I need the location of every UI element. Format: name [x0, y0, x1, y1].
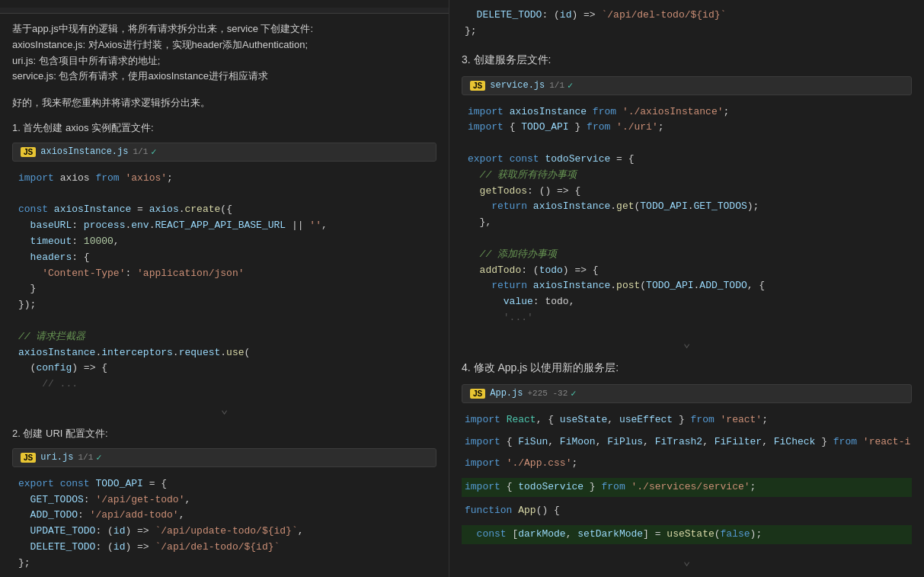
code-line-faded: // ... [18, 377, 436, 393]
code-line: ADD_TODO: '/api/add-todo', [18, 508, 436, 524]
code-line-added: import { todoService } from './services/… [462, 478, 912, 497]
uri-file-info: 1/1 [78, 453, 93, 462]
axios-check: ✓ [151, 146, 156, 158]
scroll-down-left: ⌄ [0, 399, 449, 420]
code-line: addTodo: (todo) => { [468, 263, 912, 279]
code-line: import './App.css'; [465, 456, 912, 472]
code-line: }; [465, 24, 912, 40]
code-line: DELETE_TODO: (id) => `/api/del-todo/${id… [18, 540, 436, 556]
step1-title: 1. 首先创建 axios 实例配置文件: [0, 113, 449, 139]
code-line: value: todo, [468, 294, 912, 310]
code-line: (config) => { [18, 361, 436, 377]
left-panel: 基于app.js中现有的逻辑，将所有请求拆分出来，service 下创建文件: … [0, 0, 449, 577]
code-line: export const todoService = { [468, 152, 912, 168]
code-line: }); [18, 297, 436, 313]
code-line [18, 187, 436, 203]
top-code-continuation: DELETE_TODO: (id) => `/api/del-todo/${id… [449, 8, 924, 46]
code-line: getTodos: () => { [468, 184, 912, 200]
axios-code-block: import axios from 'axios'; const axiosIn… [0, 165, 449, 399]
axios-filename: axiosInstance.js [40, 146, 128, 157]
axios-file-info: 1/1 [133, 147, 148, 156]
code-line: function App() { [465, 503, 912, 519]
code-line: DELETE_TODO: (id) => `/api/del-todo/${id… [465, 8, 912, 24]
app-filename: App.js [490, 388, 523, 399]
code-line: const axiosInstance = axios.create({ [18, 202, 436, 218]
code-line: // 获取所有待办事项 [468, 168, 912, 184]
service-file-info: 1/1 [549, 81, 564, 90]
js-badge-service: JS [470, 81, 485, 91]
step2-title: 2. 创建 URI 配置文件: [0, 420, 449, 445]
code-line-faded: '...' [468, 310, 912, 326]
code-line: return axiosInstance.post(TODO_API.ADD_T… [468, 278, 912, 294]
app-check: ✓ [571, 388, 576, 399]
uri-file-header: JS uri.js 1/1 ✓ [12, 448, 436, 467]
code-line: headers: { [18, 250, 436, 266]
code-line: 'Content-Type': 'application/json' [18, 266, 436, 282]
code-line: }; [18, 556, 436, 572]
code-line: timeout: 10000, [18, 234, 436, 250]
app-file-header: JS App.js +225 -32 ✓ [462, 384, 912, 403]
code-line: import { FiSun, FiMoon, FiPlus, FiTrash2… [465, 434, 912, 450]
code-line: axiosInstance.interceptors.request.use( [18, 345, 436, 361]
app-file-info: +225 -32 [527, 389, 568, 398]
code-line: import axiosInstance from './axiosInstan… [468, 104, 912, 120]
chat-intro-content: 基于app.js中现有的逻辑，将所有请求拆分出来，service 下创建文件: … [12, 23, 313, 82]
axios-file-header: JS axiosInstance.js 1/1 ✓ [12, 143, 436, 162]
code-line: import { TODO_API } from './uri'; [468, 120, 912, 136]
service-code-block: import axiosInstance from './axiosInstan… [449, 98, 924, 332]
code-line: GET_TODOS: '/api/get-todo', [18, 492, 436, 508]
reply-intro-text: 好的，我来帮您重构并将请求逻辑拆分出来。 [12, 97, 210, 108]
step4-title: 4. 修改 App.js 以使用新的服务层: [449, 357, 924, 378]
code-line [468, 136, 912, 152]
scroll-down-right-1: ⌄ [449, 332, 924, 354]
code-line-added: const [darkMode, setDarkMode] = useState… [462, 525, 912, 544]
service-check: ✓ [568, 80, 573, 91]
chat-intro-text: 基于app.js中现有的逻辑，将所有请求拆分出来，service 下创建文件: … [0, 14, 449, 92]
uri-check: ✓ [96, 452, 101, 463]
code-line: // 请求拦截器 [18, 329, 436, 345]
code-line [18, 313, 436, 329]
js-badge-app: JS [470, 389, 485, 399]
code-line: import React, { useState, useEffect } fr… [465, 412, 912, 428]
code-line: } [18, 281, 436, 297]
service-filename: service.js [490, 80, 545, 91]
right-panel: DELETE_TODO: (id) => `/api/del-todo/${id… [449, 0, 924, 577]
code-line: // 添加待办事项 [468, 247, 912, 263]
bottom-text: 这样的重构带来以下优势: [449, 572, 924, 577]
service-file-header: JS service.js 1/1 ✓ [462, 76, 912, 95]
app-code-block: import React, { useState, useEffect } fr… [449, 406, 924, 550]
scroll-down-right-2: ⌄ [449, 550, 924, 572]
reply-intro: 好的，我来帮您重构并将请求逻辑拆分出来。 [0, 92, 449, 113]
js-badge-uri: JS [21, 453, 36, 463]
step3-title: 3. 创建服务层文件: [449, 49, 924, 70]
code-line: export const TODO_API = { [18, 476, 436, 492]
code-line [468, 231, 912, 247]
uri-filename: uri.js [40, 452, 73, 463]
code-line: import axios from 'axios'; [18, 171, 436, 187]
js-badge-axios: JS [21, 147, 36, 157]
code-line: return axiosInstance.get(TODO_API.GET_TO… [468, 199, 912, 215]
code-line: }, [468, 215, 912, 231]
code-line: baseURL: process.env.REACT_APP_API_BASE_… [18, 218, 436, 234]
code-line: UPDATE_TODO: (id) => `/api/update-todo/$… [18, 524, 436, 540]
uri-code-block: export const TODO_API = { GET_TODOS: '/a… [0, 470, 449, 577]
